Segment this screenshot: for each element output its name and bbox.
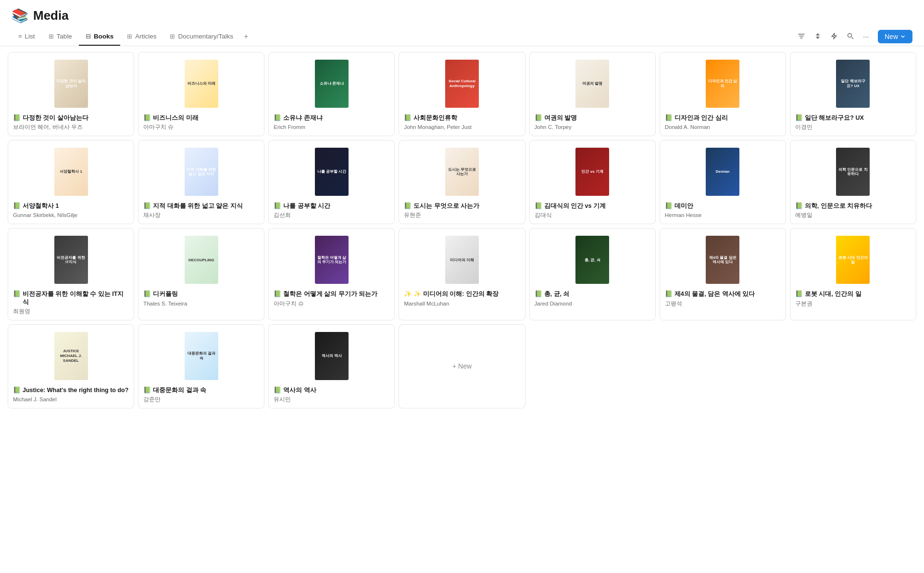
book-flag: 📗 [535, 290, 542, 297]
tab-list[interactable]: ≡ List [12, 28, 42, 46]
book-card[interactable]: 여권의 발명 📗 여권의 발명 John C. Torpey [529, 52, 656, 136]
book-card[interactable]: 의학 인문으로 치유하다 📗 의학, 인문으로 치유하다 예병일 [790, 140, 916, 224]
book-card[interactable]: 총, 균, 쇠 📗 총, 균, 쇠 Jared Diamond [529, 228, 656, 320]
book-title: 의학, 인문으로 치유하다 [805, 202, 872, 210]
book-author: John Monaghan, Peter Just [404, 124, 520, 131]
book-cover-image: 다정한 것이 살아남는다 [54, 60, 88, 108]
book-title-row: 📗 총, 균, 쇠 [535, 290, 650, 298]
app-icon: 📚 [12, 8, 28, 24]
book-author: 아마구치 슈 [143, 124, 259, 131]
book-flag: 📗 [143, 202, 151, 209]
book-card[interactable]: 나를 공부할 시간 📗 나를 공부할 시간 김선희 [268, 140, 395, 224]
book-title-row: 📗 디커플링 [143, 290, 259, 298]
book-title: 비즈니스의 미래 [153, 114, 198, 122]
app-header: 📚 Media [0, 0, 924, 27]
book-card[interactable]: Social Cultural Anthropology 📗 사회문화인류학 J… [399, 52, 525, 136]
tab-books[interactable]: ⊟ Books [79, 28, 120, 46]
book-cover: 디자인과 인간 심리 [665, 57, 781, 110]
book-card[interactable]: 제4의 물결 담은 역사에 있다 📗 제4의 물결, 담은 역사에 있다 고평석 [660, 228, 786, 320]
book-card[interactable]: 역사의 역사 📗 역사의 역사 유시민 [268, 324, 395, 408]
book-author: 채사장 [143, 212, 259, 219]
book-title: 제4의 물결, 담은 역사에 있다 [674, 290, 755, 298]
book-cover-image: 도시는 무엇으로 사는가 [445, 148, 479, 196]
book-cover-image: 대중문화의 겉과 속 [185, 332, 218, 380]
book-title: ✨ 미디어의 이해: 인간의 확장 [413, 290, 499, 298]
book-card[interactable]: 로봇 시대 인간의 일 📗 로봇 시대, 인간의 일 구본권 [790, 228, 916, 320]
tab-documentary[interactable]: ⊞ Documentary/Talks [163, 28, 240, 46]
book-title-row: 📗 서양철학사 1 [13, 202, 129, 210]
book-card[interactable]: 철학은 어떻게 삶의 무기가 되는가 📗 철학은 어떻게 삶의 무기가 되는가 … [268, 228, 395, 320]
book-author: 브라이언 헤어, 버네사 우즈 [13, 124, 129, 131]
tab-table[interactable]: ⊞ Table [42, 28, 79, 46]
book-cover: DECOUPLING [143, 233, 259, 286]
book-card[interactable]: 미디어의 이해 ✨ ✨ 미디어의 이해: 인간의 확장 Marshall McL… [399, 228, 525, 320]
nav-actions: ··· New [794, 30, 912, 44]
book-card[interactable]: 지적 대화를 위한 넓고 얕은 지식 📗 지적 대화를 위한 넓고 얕은 지식 … [138, 140, 264, 224]
book-flag: 📗 [13, 202, 21, 209]
book-cover-image: 나를 공부할 시간 [315, 148, 349, 196]
book-card[interactable]: 대중문화의 겉과 속 📗 대중문화의 겉과 속 강준만 [138, 324, 264, 408]
book-cover: 일단 해보라구요? UX [795, 57, 911, 110]
book-card[interactable]: 인간 vs 기계 📗 김대식의 인간 vs 기계 김대식 [529, 140, 656, 224]
book-cover: 도시는 무엇으로 사는가 [404, 145, 520, 198]
book-flag: 📗 [274, 114, 281, 121]
book-cover-image: 총, 균, 쇠 [575, 236, 609, 284]
book-card[interactable]: 소유냐 존재냐 📗 소유냐 존재냐 Erich Fromm [268, 52, 395, 136]
book-title: 대중문화의 겉과 속 [153, 386, 206, 394]
new-card[interactable]: + New [399, 324, 525, 408]
sort-button[interactable] [811, 30, 825, 44]
book-cover: 대중문화의 겉과 속 [143, 330, 259, 382]
app-title: Media [33, 8, 69, 23]
book-cover-image: DECOUPLING [185, 236, 218, 284]
book-title-row: 📗 나를 공부할 시간 [274, 202, 389, 210]
book-card[interactable]: JUSTICE MICHAEL J. SANDEL 📗 Justice: Wha… [8, 324, 134, 408]
search-button[interactable] [843, 30, 858, 44]
book-flag: 📗 [535, 114, 542, 121]
tab-articles[interactable]: ⊞ Articles [120, 28, 163, 46]
book-cover-image: 제4의 물결 담은 역사에 있다 [706, 236, 739, 284]
book-author: Thales S. Teixeira [143, 300, 259, 307]
book-card[interactable]: 서양철학사 1 📗 서양철학사 1 Gunnar Skirbekk, NilsG… [8, 140, 134, 224]
more-button[interactable]: ··· [860, 30, 872, 43]
book-cover-image: 서양철학사 1 [54, 148, 88, 196]
book-title: 서양철학사 1 [23, 202, 59, 210]
book-card[interactable]: 디자인과 인간 심리 📗 디자인과 인간 심리 Donald A. Norman [660, 52, 786, 136]
gallery-container: 다정한 것이 살아남는다 📗 다정한 것이 살아남는다 브라이언 헤어, 버네사… [0, 46, 924, 566]
gallery-grid: 다정한 것이 살아남는다 📗 다정한 것이 살아남는다 브라이언 헤어, 버네사… [8, 52, 916, 408]
new-button-label: New [885, 33, 898, 40]
book-title-row: 📗 도시는 무엇으로 사는가 [404, 202, 520, 210]
book-title-row: 📗 데미안 [665, 202, 781, 210]
lightning-button[interactable] [827, 30, 841, 44]
filter-button[interactable] [794, 30, 809, 44]
more-icon: ··· [863, 33, 869, 40]
book-title-row: 📗 비전공자를 위한 이해할 수 있는 IT지식 [13, 290, 129, 306]
book-flag: 📗 [13, 386, 21, 394]
book-cover: 철학은 어떻게 삶의 무기가 되는가 [274, 233, 389, 286]
book-cover: 지적 대화를 위한 넓고 얕은 지식 [143, 145, 259, 198]
book-author: 고평석 [665, 300, 781, 307]
book-cover: 미디어의 이해 [404, 233, 520, 286]
book-cover-image: 디자인과 인간 심리 [706, 60, 739, 108]
svg-point-0 [848, 33, 852, 37]
book-flag: 📗 [665, 114, 673, 121]
tab-list-label: List [25, 33, 35, 40]
new-button[interactable]: New [878, 30, 912, 43]
table-icon: ⊞ [49, 33, 54, 40]
book-author: 최원영 [13, 308, 129, 315]
book-card[interactable]: 도시는 무엇으로 사는가 📗 도시는 무엇으로 사는가 유현준 [399, 140, 525, 224]
book-title: 도시는 무엇으로 사는가 [413, 202, 479, 210]
tab-books-label: Books [94, 33, 113, 40]
nav-bar: ≡ List ⊞ Table ⊟ Books ⊞ Articles ⊞ Docu… [0, 27, 924, 46]
book-flag: 📗 [143, 114, 151, 121]
book-title: 사회문화인류학 [413, 114, 457, 122]
book-author: 강준만 [143, 396, 259, 403]
book-card[interactable]: 비즈니스의 미래 📗 비즈니스의 미래 아마구치 슈 [138, 52, 264, 136]
book-flag: 📗 [274, 202, 281, 209]
book-card[interactable]: 일단 해보라구요? UX 📗 일단 해보라구요? UX 이경민 [790, 52, 916, 136]
book-card[interactable]: DECOUPLING 📗 디커플링 Thales S. Teixeira [138, 228, 264, 320]
articles-icon: ⊞ [127, 33, 132, 40]
book-card[interactable]: 비전공자를 위한 IT지식 📗 비전공자를 위한 이해할 수 있는 IT지식 최… [8, 228, 134, 320]
book-card[interactable]: 다정한 것이 살아남는다 📗 다정한 것이 살아남는다 브라이언 헤어, 버네사… [8, 52, 134, 136]
add-tab-button[interactable]: + [240, 27, 252, 46]
book-card[interactable]: Demian 📗 데미안 Herman Hesse [660, 140, 786, 224]
